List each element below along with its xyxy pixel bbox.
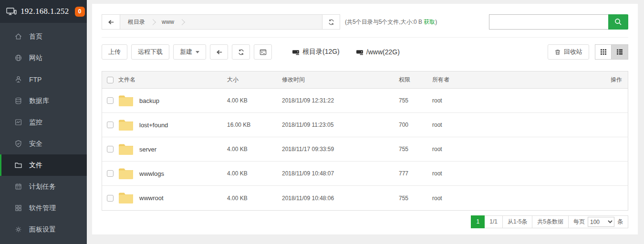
toolbar-refresh-button[interactable] — [232, 44, 250, 60]
software-icon — [14, 204, 22, 212]
file-owner: root — [432, 122, 599, 128]
sidebar-item-label: 首页 — [29, 32, 42, 41]
view-toggle — [595, 44, 628, 60]
breadcrumb-refresh-button[interactable] — [322, 15, 340, 29]
search-input[interactable] — [489, 14, 608, 30]
page-button-1[interactable]: 1 — [471, 215, 485, 228]
server-ip: 192.168.1.252 — [21, 7, 69, 16]
table-row: lost+found 16.00 KB 2018/11/09 11:23:05 … — [102, 113, 628, 137]
folder-icon[interactable] — [118, 119, 134, 131]
trash-icon — [554, 49, 561, 56]
stats-get-link[interactable]: 获取 — [424, 19, 435, 25]
settings-icon — [14, 225, 22, 234]
sidebar-item-label: 面板设置 — [29, 225, 56, 234]
sidebar-item-monitor[interactable]: 监控 — [0, 112, 87, 133]
disk-icon — [292, 49, 300, 56]
folder-icon[interactable] — [118, 143, 134, 155]
breadcrumb: 根目录 www — [102, 14, 340, 30]
breadcrumb-item-root[interactable]: 根目录 — [128, 18, 145, 26]
list-view-icon — [616, 49, 623, 55]
website-icon — [14, 54, 22, 62]
chevron-right-icon — [179, 19, 185, 25]
table-row: backup 4.00 KB 2018/11/09 12:31:22 755 r… — [102, 89, 628, 113]
row-checkbox[interactable] — [107, 146, 114, 152]
column-header-name: 文件名 — [118, 76, 227, 84]
sidebar-menu: 首页 网站 FTP 数据库 监控 安全 文件 计划任务 — [0, 23, 87, 240]
row-checkbox[interactable] — [107, 97, 114, 104]
row-checkbox[interactable] — [107, 195, 114, 202]
column-header-owner: 所有者 — [432, 76, 599, 84]
disk-root[interactable]: 根目录(12G) — [292, 48, 340, 56]
sidebar-item-label: 软件管理 — [29, 204, 56, 213]
grid-view-icon — [600, 49, 607, 55]
file-mtime: 2018/11/09 11:23:05 — [282, 122, 399, 128]
file-mtime: 2018/11/09 10:48:07 — [282, 170, 399, 177]
recycle-bin-button[interactable]: 回收站 — [548, 44, 589, 60]
page-indicator: 1/1 — [485, 215, 503, 228]
monitor-icon — [14, 118, 22, 126]
refresh-icon — [238, 49, 245, 56]
grid-view-button[interactable] — [595, 44, 612, 60]
file-mtime: 2018/11/09 12:31:22 — [282, 97, 399, 104]
upload-button[interactable]: 上传 — [102, 44, 127, 60]
file-name[interactable]: wwwlogs — [139, 170, 164, 177]
select-all-checkbox[interactable] — [107, 77, 114, 83]
file-mtime: 2018/11/09 10:48:06 — [282, 195, 399, 202]
search-icon — [614, 18, 623, 26]
search-button[interactable] — [608, 14, 628, 30]
breadcrumb-item-www[interactable]: www — [162, 19, 174, 25]
sidebar-item-home[interactable]: 首页 — [0, 26, 87, 47]
file-name[interactable]: backup — [139, 97, 159, 104]
home-icon — [14, 32, 22, 41]
sidebar-item-software[interactable]: 软件管理 — [0, 197, 87, 219]
server-monitor-icon — [6, 7, 17, 16]
list-view-button[interactable] — [612, 44, 628, 60]
sidebar-item-files[interactable]: 文件 — [0, 154, 87, 176]
breadcrumb-trail: 根目录 www — [120, 15, 322, 29]
file-owner: root — [432, 146, 599, 152]
cron-icon — [14, 183, 22, 191]
terminal-button[interactable] — [254, 44, 272, 60]
sidebar-item-settings[interactable]: 面板设置 — [0, 219, 87, 240]
pagination-row: 1 1/1 从1-5条 共5条数据 每页 100 条 — [102, 215, 628, 228]
server-header[interactable]: 192.168.1.252 0 — [0, 0, 87, 23]
sidebar-item-website[interactable]: 网站 — [0, 47, 87, 69]
main-area: 根目录 www (共5个目录与5个文件,大小:0 B 获取) 上传 远程下 — [87, 0, 644, 244]
file-name[interactable]: wwwroot — [139, 194, 164, 202]
sidebar-item-ftp[interactable]: FTP — [0, 69, 87, 90]
row-checkbox[interactable] — [107, 170, 114, 177]
back-button[interactable] — [102, 15, 120, 29]
per-page-select[interactable]: 100 — [588, 217, 614, 227]
toolbar-back-button[interactable] — [210, 44, 228, 60]
sidebar-item-database[interactable]: 数据库 — [0, 90, 87, 112]
file-size: 16.00 KB — [227, 122, 282, 128]
file-size: 4.00 KB — [227, 195, 282, 202]
sidebar-item-cron[interactable]: 计划任务 — [0, 176, 87, 197]
row-checkbox[interactable] — [107, 122, 114, 128]
folder-icon[interactable] — [118, 192, 134, 204]
file-perm: 755 — [399, 195, 432, 202]
file-name[interactable]: lost+found — [139, 122, 168, 129]
file-size: 4.00 KB — [227, 170, 282, 177]
column-header-size: 大小 — [227, 76, 282, 84]
file-owner: root — [432, 170, 599, 177]
sidebar: 192.168.1.252 0 首页 网站 FTP 数据库 监控 安全 — [0, 0, 87, 244]
table-header-row: 文件名 大小 修改时间 权限 所有者 操作 — [102, 71, 628, 89]
ftp-icon — [14, 75, 22, 83]
disk-icon — [356, 49, 364, 56]
chevron-right-icon — [150, 19, 156, 25]
recycle-bin-label: 回收站 — [564, 48, 582, 56]
message-count-badge[interactable]: 0 — [75, 7, 85, 17]
disk-label: /www(22G) — [366, 48, 400, 56]
sidebar-item-security[interactable]: 安全 — [0, 133, 87, 154]
disk-www[interactable]: /www(22G) — [356, 48, 400, 56]
file-table: 文件名 大小 修改时间 权限 所有者 操作 backup 4.00 KB 201… — [102, 71, 628, 211]
column-header-perm: 权限 — [399, 76, 432, 84]
new-button[interactable]: 新建 — [173, 44, 206, 60]
per-page-suffix: 条 — [617, 216, 623, 228]
file-perm: 755 — [399, 97, 432, 104]
remote-download-button[interactable]: 远程下载 — [131, 44, 169, 60]
file-name[interactable]: server — [139, 146, 156, 153]
folder-icon[interactable] — [118, 95, 134, 107]
folder-icon[interactable] — [118, 168, 134, 180]
